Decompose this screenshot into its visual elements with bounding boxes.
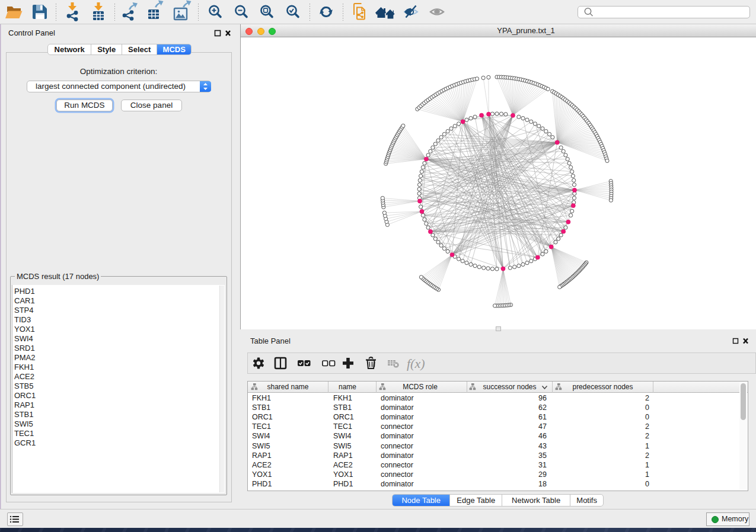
svg-text:f(x): f(x) [407, 356, 425, 371]
